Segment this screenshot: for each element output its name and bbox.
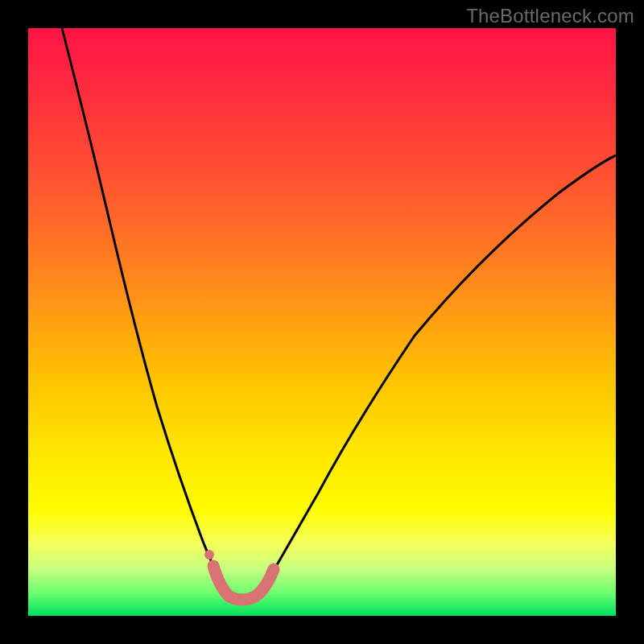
curve-layer <box>28 28 616 616</box>
highlight-dot <box>204 550 214 559</box>
valley-highlight <box>213 566 274 600</box>
curve-right-branch <box>270 155 616 577</box>
plot-area <box>28 28 616 616</box>
curve-left-branch <box>62 28 217 572</box>
chart-frame: TheBottleneck.com <box>0 0 644 644</box>
watermark-text: TheBottleneck.com <box>466 5 634 27</box>
